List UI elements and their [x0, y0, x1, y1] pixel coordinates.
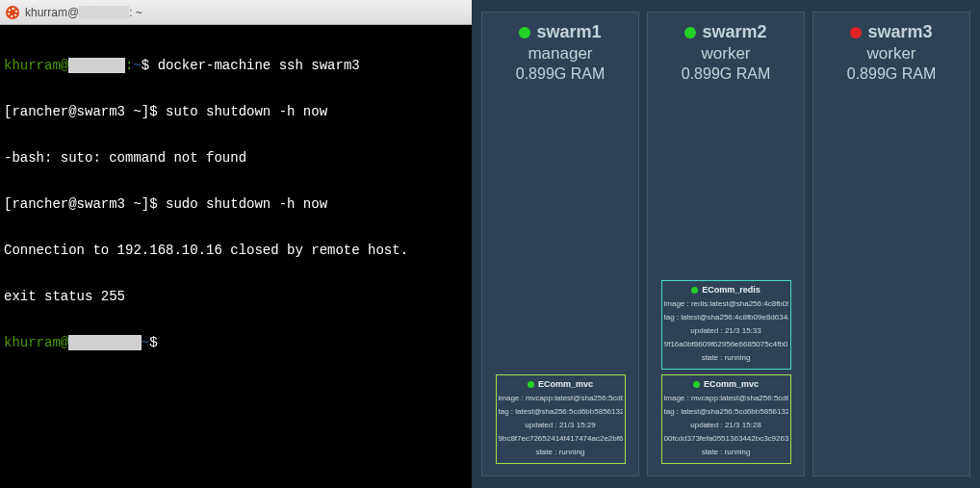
node-ram: 0.899G RAM [516, 65, 605, 83]
task-image: image : mvcapp:latest@sha256:5cd6 [499, 392, 623, 405]
task-title: EComm_redis [702, 285, 761, 295]
term-cmd: $ docker-machine ssh swarm3 [142, 58, 360, 73]
task-state: state : running [664, 351, 788, 365]
term-line-5: Connection to 192.168.10.16 closed by re… [4, 243, 468, 258]
task-hash: 9f16a0bf8609f62956e6685075c4fb0 [664, 338, 788, 351]
prompt-user: khurram@ [4, 58, 68, 73]
status-dot-icon [850, 27, 862, 39]
prompt-user: khurram@ [4, 335, 68, 350]
node-ram: 0.899G RAM [847, 65, 936, 83]
task-image: image : mvcapp:latest@sha256:5cd6 [664, 392, 788, 405]
task-state: state : running [499, 446, 623, 459]
node-name: swarm1 [536, 22, 601, 42]
rancher-prompt: [rancher@swarm3 ~]$ [4, 196, 166, 212]
redacted-host-1: xxxxxxx [68, 58, 125, 73]
term-line-2: [rancher@swarm3 ~]$ suto shutdown -h now [4, 104, 468, 119]
node-role: worker [847, 44, 936, 64]
rancher-prompt: [rancher@swarm3 ~]$ [4, 104, 166, 119]
task-tag: tag : latest@sha256:5cd6bb5856132 [664, 405, 788, 419]
node-name: swarm3 [867, 22, 932, 42]
titlebar: khurram@ : ~ [0, 0, 472, 25]
terminal-body[interactable]: khurram@xxxxxxx:~$ docker-machine ssh sw… [0, 25, 472, 488]
node-header: swarm3 worker 0.899G RAM [847, 22, 936, 83]
swarm-visualizer: swarm1 manager 0.899G RAM EComm_mvc imag… [472, 0, 980, 488]
status-dot-icon [519, 27, 530, 39]
task-status-dot-icon [528, 381, 534, 388]
node-card-swarm3: swarm3 worker 0.899G RAM [812, 12, 970, 476]
node-role: manager [516, 44, 605, 64]
task-ecomm-mvc: EComm_mvc image : mvcapp:latest@sha256:5… [661, 374, 791, 464]
term-line-4: [rancher@swarm3 ~]$ sudo shutdown -h now [4, 196, 468, 212]
task-ecomm-mvc: EComm_mvc image : mvcapp:latest@sha256:5… [496, 374, 626, 464]
prompt-dollar: $ [149, 335, 157, 350]
task-hash: 00fcdd373fefa0551363442bc3c9263 [664, 432, 788, 446]
prompt-path: ~ [142, 335, 149, 350]
task-tag: tag : latest@sha256:4c8fb09e8d634a [664, 311, 788, 324]
titlebar-suffix: : ~ [129, 6, 142, 19]
node-header: swarm1 manager 0.899G RAM [516, 22, 605, 83]
task-status-dot-icon [691, 287, 698, 294]
term-line-6: exit status 255 [4, 289, 468, 304]
node-ram: 0.899G RAM [682, 65, 770, 83]
titlebar-prefix: khurram@ [25, 6, 79, 19]
task-title: EComm_mvc [704, 379, 759, 389]
node-name: swarm2 [702, 22, 766, 42]
ubuntu-icon [6, 6, 19, 19]
task-updated: updated : 21/3 15:29 [499, 419, 623, 432]
task-hash: 9bc8f7ec72652414f417474ac2e2bf6 [499, 432, 623, 446]
node-role: worker [682, 44, 770, 64]
redacted-host-2: xxxxxxxxx [68, 335, 142, 350]
node-card-swarm2: swarm2 worker 0.899G RAM EComm_redis ima… [647, 12, 805, 476]
task-state: state : running [664, 446, 788, 459]
term-cmd: sudo shutdown -h now [166, 196, 327, 212]
redacted-host-title [79, 6, 129, 19]
term-line-1: khurram@xxxxxxx:~$ docker-machine ssh sw… [4, 58, 468, 73]
task-image: image : redis:latest@sha256:4c8fb09 [664, 297, 788, 311]
prompt-path: ~ [133, 58, 141, 73]
node-card-swarm1: swarm1 manager 0.899G RAM EComm_mvc imag… [481, 12, 639, 476]
terminal-window: khurram@ : ~ khurram@xxxxxxx:~$ docker-m… [0, 0, 472, 488]
term-line-7: khurram@xxxxxxxxx~$ [4, 335, 468, 350]
task-tag: tag : latest@sha256:5cd6bb5856132 [499, 405, 623, 419]
task-ecomm-redis: EComm_redis image : redis:latest@sha256:… [661, 280, 791, 370]
task-updated: updated : 21/3 15:33 [664, 324, 788, 338]
term-line-3: -bash: suto: command not found [4, 150, 468, 166]
task-status-dot-icon [693, 381, 700, 388]
status-dot-icon [684, 27, 696, 39]
term-cmd: suto shutdown -h now [166, 104, 327, 119]
node-header: swarm2 worker 0.899G RAM [682, 22, 770, 83]
task-title: EComm_mvc [538, 379, 593, 389]
task-updated: updated : 21/3 15:28 [664, 419, 788, 432]
